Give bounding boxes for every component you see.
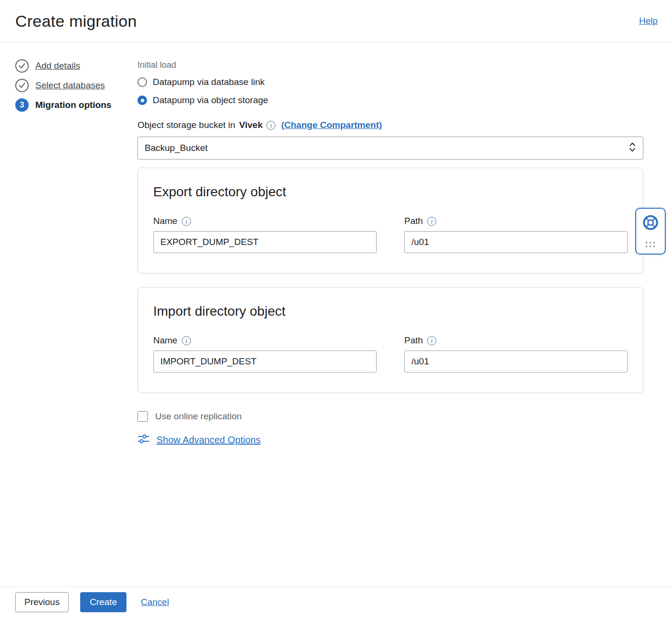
radio-option-object-storage[interactable]: Datapump via object storage (137, 95, 643, 106)
footer-bar: Previous Create Cancel (0, 586, 672, 617)
info-icon[interactable]: i (427, 336, 436, 345)
change-compartment-link[interactable]: (Change Compartment) (281, 120, 382, 130)
bucket-select[interactable]: Backup_Bucket (137, 137, 643, 160)
check-circle-icon (15, 59, 29, 73)
info-icon[interactable]: i (266, 121, 275, 130)
export-name-field-group: Name i (153, 216, 377, 253)
advanced-options-row[interactable]: Show Advanced Options (137, 433, 643, 447)
cancel-link[interactable]: Cancel (141, 597, 169, 607)
previous-button[interactable]: Previous (15, 592, 69, 612)
radio-label[interactable]: Datapump via object storage (153, 95, 268, 106)
import-name-field-group: Name i (153, 335, 377, 372)
export-path-field-group: Path i (404, 216, 628, 253)
path-label: Path (404, 216, 423, 226)
initial-load-label: Initial load (137, 60, 643, 70)
check-circle-icon (15, 79, 29, 92)
radio-icon-selected[interactable] (137, 96, 147, 105)
checkbox-icon[interactable] (137, 411, 148, 422)
export-path-input[interactable] (404, 231, 628, 253)
info-icon[interactable]: i (427, 217, 436, 226)
step-label: Migration options (35, 100, 111, 110)
import-directory-card: Import directory object Name i Path i (137, 287, 643, 393)
show-advanced-options-link[interactable]: Show Advanced Options (157, 435, 261, 446)
import-path-field-group: Path i (404, 335, 628, 372)
online-replication-label[interactable]: Use online replication (155, 411, 242, 422)
create-button[interactable]: Create (80, 592, 126, 612)
import-name-input[interactable] (153, 351, 377, 372)
export-name-input[interactable] (153, 231, 377, 253)
step-select-databases[interactable]: Select databases (15, 79, 137, 92)
content-area: Add details Select databases 3 Migration… (0, 43, 672, 447)
drag-handle-dots-icon[interactable] (646, 242, 656, 248)
compartment-name: Vivek (239, 120, 262, 130)
radio-icon[interactable] (137, 77, 147, 87)
help-link[interactable]: Help (639, 16, 658, 26)
step-add-details[interactable]: Add details (15, 59, 137, 73)
life-buoy-icon[interactable] (641, 213, 660, 234)
online-replication-row[interactable]: Use online replication (137, 411, 643, 422)
wizard-steps: Add details Select databases 3 Migration… (0, 43, 137, 447)
import-card-title: Import directory object (153, 304, 628, 319)
step-number-icon: 3 (15, 98, 29, 112)
export-directory-card: Export directory object Name i Path i (137, 168, 643, 274)
bucket-label: Object storage bucket in (137, 120, 235, 130)
help-widget[interactable] (635, 208, 666, 255)
step-label[interactable]: Add details (35, 61, 80, 71)
main-form: Initial load Datapump via database link … (137, 43, 643, 447)
radio-option-database-link[interactable]: Datapump via database link (137, 77, 643, 87)
page-title: Create migration (15, 12, 137, 31)
path-label: Path (404, 335, 423, 346)
export-card-title: Export directory object (153, 184, 628, 200)
select-chevrons-icon (629, 141, 636, 156)
info-icon[interactable]: i (182, 336, 191, 345)
import-path-input[interactable] (404, 351, 628, 372)
sliders-icon[interactable] (137, 433, 150, 447)
name-label: Name (153, 335, 178, 346)
bucket-label-row: Object storage bucket in Vivek i (Change… (137, 120, 643, 130)
info-icon[interactable]: i (182, 217, 191, 226)
step-migration-options[interactable]: 3 Migration options (15, 98, 137, 112)
name-label: Name (153, 216, 178, 226)
page-header: Create migration Help (0, 0, 672, 43)
radio-label[interactable]: Datapump via database link (153, 77, 264, 87)
bucket-selected-value: Backup_Bucket (145, 143, 208, 153)
step-label[interactable]: Select databases (35, 80, 105, 91)
